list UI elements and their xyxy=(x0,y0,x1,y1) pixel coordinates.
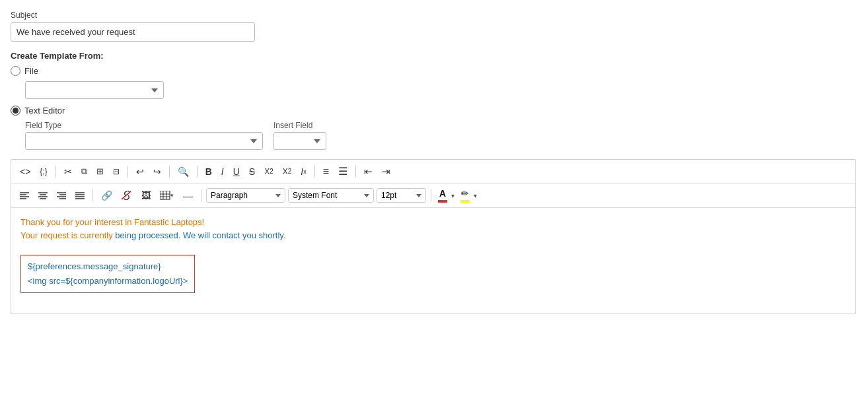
highlight-chevron[interactable]: ▾ xyxy=(472,191,478,201)
editor-line2-part1: Your request is currently xyxy=(20,230,115,240)
cut-icon[interactable]: ✂ xyxy=(61,164,75,179)
italic-icon[interactable]: I xyxy=(218,164,227,179)
signature-block: ${preferences.message_signature} <img sr… xyxy=(20,248,846,293)
editor-container: <> {;} ✂ ⧉ ⊞ ⊟ ↩ ↪ 🔍 B I U S X2 X2 Ix ≡ … xyxy=(11,159,856,314)
ordered-list-icon[interactable]: ≡ xyxy=(320,164,332,180)
font-color-letter: A xyxy=(439,188,446,199)
align-left-icon[interactable] xyxy=(17,189,32,201)
subject-section: Subject xyxy=(11,11,857,42)
unlink-icon[interactable] xyxy=(118,189,135,202)
unordered-list-icon[interactable]: ☰ xyxy=(335,163,351,180)
link-icon[interactable]: 🔗 xyxy=(98,188,116,203)
highlight-swatch xyxy=(460,200,470,203)
underline-icon[interactable]: U xyxy=(230,164,243,179)
text-editor-radio-label: Text Editor xyxy=(24,106,65,116)
insert-field-group: Insert Field xyxy=(273,121,326,150)
file-dropdown[interactable] xyxy=(25,81,164,99)
svg-rect-17 xyxy=(160,191,170,199)
font-select[interactable]: System Font xyxy=(288,188,374,203)
file-radio[interactable] xyxy=(11,66,20,76)
sep9 xyxy=(431,189,431,201)
highlight-button[interactable]: ✏ xyxy=(458,187,472,204)
create-template-section: Create Template From: File Text Editor F… xyxy=(11,51,857,150)
text-editor-radio[interactable] xyxy=(11,106,20,116)
strikethrough-icon[interactable]: S xyxy=(246,164,258,179)
size-select[interactable]: 12pt xyxy=(377,188,426,203)
insert-field-label: Insert Field xyxy=(273,121,326,130)
toolbar-row1: <> {;} ✂ ⧉ ⊞ ⊟ ↩ ↪ 🔍 B I U S X2 X2 Ix ≡ … xyxy=(11,160,855,183)
file-radio-row: File xyxy=(11,66,857,76)
highlight-group: ✏ ▾ xyxy=(458,187,478,204)
table-icon[interactable]: ▾ xyxy=(157,189,177,202)
align-center-icon[interactable] xyxy=(35,189,51,201)
highlight-icon: ✏ xyxy=(461,188,469,199)
bold-icon[interactable]: B xyxy=(202,164,215,179)
indent-decrease-icon[interactable]: ⇤ xyxy=(361,164,376,180)
sep3 xyxy=(169,166,170,178)
subject-label: Subject xyxy=(11,11,857,20)
toolbar-row2: 🔗 🖼 ▾ — Paragraph System Font 12pt A xyxy=(11,183,855,208)
field-type-group: Field Type xyxy=(25,121,263,150)
field-row: Field Type Insert Field xyxy=(25,121,857,150)
superscript-icon[interactable]: X2 xyxy=(279,165,295,178)
sep5 xyxy=(314,166,315,178)
insert-field-dropdown[interactable] xyxy=(273,132,326,150)
sep4 xyxy=(197,166,198,178)
editor-line2: Your request is currently being processe… xyxy=(20,229,846,242)
editor-content[interactable]: Thank you for your interest in Fantastic… xyxy=(11,208,855,314)
field-type-label: Field Type xyxy=(25,121,263,130)
curly-braces-icon[interactable]: {;} xyxy=(36,165,50,178)
clipboard-icon[interactable]: ⊞ xyxy=(93,164,107,178)
subject-input[interactable] xyxy=(11,22,255,42)
source-icon[interactable]: <> xyxy=(17,164,34,179)
hr-icon[interactable]: — xyxy=(180,188,196,203)
sep8 xyxy=(201,189,201,201)
font-color-swatch xyxy=(438,200,447,203)
editor-line2-part2: being processed xyxy=(115,230,178,240)
align-justify-icon[interactable] xyxy=(72,189,88,201)
sep6 xyxy=(355,166,356,178)
file-radio-label: File xyxy=(24,66,38,76)
sep2 xyxy=(127,166,128,178)
find-icon[interactable]: 🔍 xyxy=(174,164,192,179)
align-right-icon[interactable] xyxy=(54,189,69,201)
editor-line1: Thank you for your interest in Fantastic… xyxy=(20,216,846,229)
clipboard-paste-icon[interactable]: ⊟ xyxy=(110,165,123,178)
create-template-label: Create Template From: xyxy=(11,51,857,61)
svg-line-16 xyxy=(122,191,131,199)
copy-icon[interactable]: ⧉ xyxy=(78,164,90,179)
signature-line2: <img src=${companyinformation.logoUrl}> xyxy=(28,274,188,288)
font-color-group: A ▾ xyxy=(436,187,456,204)
paragraph-select[interactable]: Paragraph xyxy=(206,188,285,203)
font-color-button[interactable]: A xyxy=(436,187,449,204)
editor-line2-part3: . We will contact you shortly. xyxy=(178,230,286,240)
undo-icon[interactable]: ↩ xyxy=(133,164,147,179)
editor-line1-text: Thank you for your interest in Fantastic… xyxy=(20,217,204,227)
indent-increase-icon[interactable]: ⇥ xyxy=(379,164,394,180)
field-type-dropdown[interactable] xyxy=(25,132,263,150)
font-color-chevron[interactable]: ▾ xyxy=(450,191,456,201)
clear-format-icon[interactable]: Ix xyxy=(297,164,309,179)
image-icon[interactable]: 🖼 xyxy=(138,188,154,203)
sep7 xyxy=(92,189,93,201)
signature-line1: ${preferences.message_signature} xyxy=(28,259,188,274)
subscript-icon[interactable]: X2 xyxy=(261,165,277,178)
redo-icon[interactable]: ↪ xyxy=(150,164,164,179)
sep1 xyxy=(55,166,56,178)
signature-box: ${preferences.message_signature} <img sr… xyxy=(20,255,195,293)
text-editor-radio-row: Text Editor xyxy=(11,106,857,116)
